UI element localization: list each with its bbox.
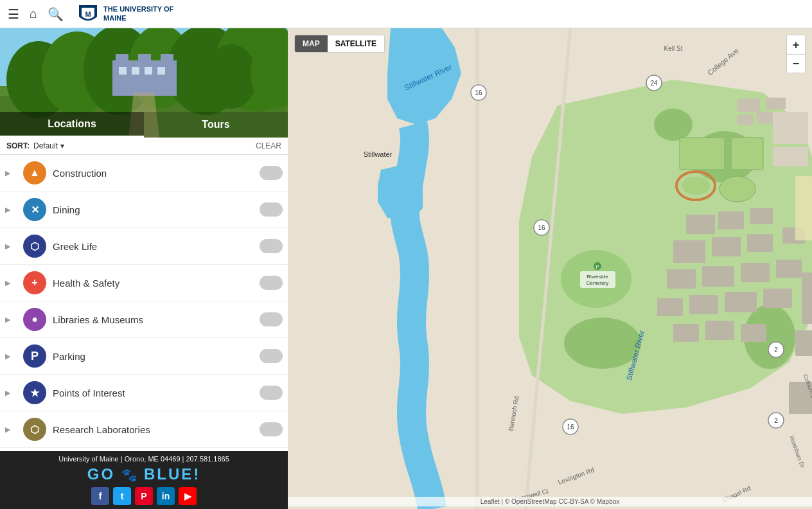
social-icon-youtube[interactable]: ▶: [179, 487, 197, 505]
svg-rect-57: [673, 324, 699, 342]
hero-image: Locations Tours: [0, 28, 288, 138]
chevron-icon-greek-life: ▶: [5, 242, 17, 251]
hero-tabs: Locations Tours: [0, 112, 288, 138]
svg-text:16: 16: [475, 89, 482, 96]
category-icon-construction: ▲: [23, 161, 46, 184]
sort-clear-button[interactable]: CLEAR: [256, 141, 281, 150]
sort-bar: SORT: Default ▾ CLEAR: [0, 138, 288, 155]
category-name-dining: Dining: [53, 204, 260, 215]
satellite-view-button[interactable]: SATELLITE: [328, 35, 384, 52]
chevron-icon-dining: ▶: [5, 206, 17, 214]
svg-rect-53: [657, 298, 683, 316]
footer-social: ftPin▶: [4, 487, 284, 505]
svg-text:Stillwater: Stillwater: [364, 150, 393, 158]
category-toggle-points-of-interest[interactable]: [260, 386, 283, 400]
svg-rect-52: [776, 260, 802, 278]
category-item-construction[interactable]: ▶▲Construction: [0, 155, 288, 192]
category-item-parking[interactable]: ▶PParking: [0, 338, 288, 375]
svg-point-20: [206, 44, 257, 109]
svg-rect-58: [705, 321, 734, 340]
category-name-libraries-museums: Libraries & Museums: [53, 314, 260, 325]
category-name-health-safety: Health & Safety: [53, 278, 260, 289]
zoom-controls: + −: [786, 35, 806, 73]
sort-label: SORT:: [6, 141, 30, 150]
svg-text:16: 16: [567, 424, 574, 431]
svg-rect-42: [686, 215, 715, 234]
svg-text:Kell St: Kell St: [664, 45, 683, 52]
svg-rect-44: [750, 208, 773, 224]
footer-logo: GO 🐾 BLUE!: [4, 465, 284, 483]
chevron-icon-research-labs: ▶: [5, 425, 17, 434]
category-icon-points-of-interest: ★: [23, 381, 46, 404]
category-toggle-parking[interactable]: [260, 349, 283, 363]
map-area: MAP SATELLITE + −: [288, 28, 812, 509]
category-item-dining[interactable]: ▶✕Dining: [0, 192, 288, 228]
social-icon-linkedin[interactable]: in: [157, 487, 175, 505]
category-item-points-of-interest[interactable]: ▶★Points of Interest: [0, 375, 288, 411]
category-item-libraries-museums[interactable]: ▶●Libraries & Museums: [0, 301, 288, 338]
category-icon-libraries-museums: ●: [23, 308, 46, 331]
svg-rect-66: [795, 176, 812, 240]
hamburger-icon[interactable]: ☰: [8, 6, 19, 22]
chevron-icon-parking: ▶: [5, 352, 17, 361]
university-logo[interactable]: M The University of Maine: [76, 3, 173, 26]
svg-rect-12: [116, 54, 128, 64]
category-toggle-libraries-museums[interactable]: [260, 312, 283, 326]
category-toggle-health-safety[interactable]: [260, 276, 283, 290]
svg-text:M: M: [85, 10, 91, 18]
svg-rect-43: [718, 211, 744, 229]
svg-text:2: 2: [774, 346, 778, 353]
svg-rect-65: [773, 147, 808, 166]
sidebar: Locations Tours SORT: Default ▾ CLEAR ▶▲…: [0, 28, 288, 509]
map-canvas[interactable]: Riverside Cemetery P: [288, 28, 812, 509]
svg-text:2: 2: [774, 417, 778, 424]
tab-tours[interactable]: Tours: [144, 112, 288, 138]
category-icon-greek-life: ⬡: [23, 235, 46, 258]
svg-rect-51: [741, 263, 770, 282]
svg-rect-13: [138, 54, 151, 64]
category-toggle-greek-life[interactable]: [260, 239, 283, 253]
svg-rect-56: [763, 289, 792, 308]
svg-rect-16: [132, 67, 139, 75]
svg-point-41: [719, 176, 755, 202]
chevron-icon-libraries-museums: ▶: [5, 316, 17, 324]
category-icon-research-labs: ⬡: [23, 418, 46, 441]
svg-text:24: 24: [650, 80, 658, 87]
category-icon-dining: ✕: [23, 198, 46, 221]
svg-rect-59: [741, 324, 766, 342]
svg-rect-38: [731, 138, 763, 170]
chevron-icon-health-safety: ▶: [5, 279, 17, 287]
svg-rect-14: [161, 54, 173, 64]
search-icon[interactable]: 🔍: [48, 6, 64, 22]
category-toggle-construction[interactable]: [260, 166, 283, 180]
footer-address: University of Maine | Orono, ME 04469 | …: [4, 455, 284, 463]
social-icon-pinterest[interactable]: P: [135, 487, 153, 505]
category-toggle-dining[interactable]: [260, 202, 283, 217]
svg-rect-49: [667, 269, 696, 289]
category-item-greek-life[interactable]: ▶⬡Greek Life: [0, 228, 288, 265]
svg-rect-11: [112, 60, 177, 96]
sort-dropdown[interactable]: Default ▾: [33, 141, 64, 150]
svg-point-26: [654, 109, 693, 141]
social-icon-twitter[interactable]: t: [113, 487, 131, 505]
svg-rect-64: [773, 112, 808, 144]
svg-text:16: 16: [538, 224, 545, 231]
zoom-out-button[interactable]: −: [786, 54, 806, 73]
svg-text:P: P: [596, 264, 599, 270]
category-icon-health-safety: +: [23, 271, 46, 294]
map-view-button[interactable]: MAP: [295, 35, 328, 52]
category-item-research-labs[interactable]: ▶⬡Research Laboratories: [0, 411, 288, 448]
tab-locations[interactable]: Locations: [0, 112, 144, 138]
category-name-construction: Construction: [53, 168, 260, 179]
category-toggle-research-labs[interactable]: [260, 422, 283, 436]
zoom-in-button[interactable]: +: [786, 35, 806, 54]
social-icon-facebook[interactable]: f: [91, 487, 109, 505]
svg-rect-45: [673, 240, 705, 263]
category-item-health-safety[interactable]: ▶+Health & Safety: [0, 265, 288, 301]
svg-rect-18: [157, 67, 165, 75]
svg-point-40: [682, 177, 710, 195]
home-icon[interactable]: ⌂: [30, 6, 37, 21]
map-attribution: Leaflet | © OpenStreetMap CC-BY-SA © Map…: [288, 497, 812, 506]
svg-rect-54: [689, 295, 718, 314]
footer: University of Maine | Orono, ME 04469 | …: [0, 451, 288, 509]
